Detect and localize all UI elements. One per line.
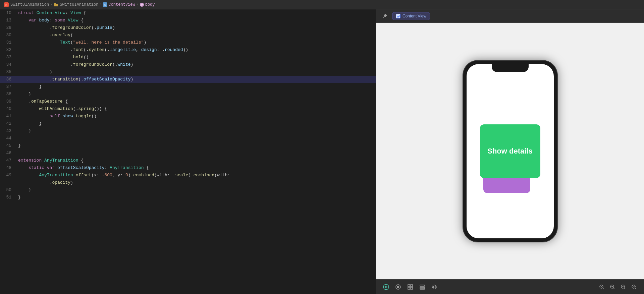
right-panel: Content View Show details (376, 9, 644, 294)
code-content-34: .foregroundColor(.white) (17, 61, 376, 68)
content-view-button[interactable]: Content View (392, 12, 430, 20)
code-content-45: } (17, 142, 376, 150)
code-line-13: 13 var body: some View { (0, 17, 376, 24)
code-content-48: static var offsetScaleOpacity: AnyTransi… (17, 164, 376, 172)
svg-rect-13 (397, 286, 399, 288)
line-num-41: 41 (0, 113, 17, 120)
toolbar-right: 1:1 (597, 282, 639, 292)
folder-icon (54, 3, 58, 7)
play-button[interactable] (381, 282, 391, 292)
zoom-in-button[interactable] (619, 282, 628, 292)
code-line-49: 49 AnyTransition.offset(x: -600, y: 0).c… (0, 172, 376, 179)
code-line-31: 31 Text("Well, here is the details") (0, 39, 376, 46)
stop-button[interactable] (393, 282, 403, 292)
code-content-32: .font(.system(.largeTitle, design: .roun… (17, 46, 376, 54)
file-icon: S (103, 2, 107, 7)
code-line-38: 38 } (0, 91, 376, 98)
code-line-41: 41 self.show.toggle() (0, 113, 376, 120)
show-details-text: Show details (487, 147, 532, 156)
phone-screen: Show details Well, here is the details (467, 64, 554, 238)
pin-button[interactable] (380, 11, 389, 21)
svg-rect-33 (623, 286, 623, 287)
code-line-44: 44 (0, 135, 376, 142)
phone-preview-area: Show details Well, here is the details (376, 23, 644, 279)
svg-line-6 (383, 16, 384, 18)
svg-text:1:1: 1:1 (633, 286, 636, 288)
line-num-44: 44 (0, 135, 17, 142)
svg-text:S: S (104, 4, 106, 6)
breadcrumb-folder[interactable]: SwiftUIAnimation (60, 2, 98, 7)
code-line-35: 35 ) (0, 68, 376, 76)
code-line-46: 46 (0, 150, 376, 157)
svg-line-35 (635, 288, 636, 289)
code-line-42: 42 } (0, 120, 376, 127)
line-num-13: 13 (0, 17, 17, 24)
toolbar-left (381, 282, 439, 292)
code-content-42: } (17, 120, 376, 127)
line-num-33: 33 (0, 54, 17, 61)
breadcrumb: S SwiftUIAnimation › SwiftUIAnimation › … (0, 0, 644, 9)
code-content-38: } (17, 91, 376, 98)
zoom-out-button[interactable] (597, 282, 606, 292)
code-line-36: 36 .transition(.offsetScaleOpacity) (0, 76, 376, 83)
code-content-29: .foregroundColor(.purple) (17, 24, 376, 32)
line-num-47: 47 (0, 157, 17, 164)
svg-point-21 (433, 286, 435, 288)
breadcrumb-file[interactable]: ContentView (108, 2, 135, 7)
code-content-40: withAnimation(.spring()) { (17, 105, 376, 113)
code-content-43: } (17, 127, 376, 135)
line-num-34: 34 (0, 61, 17, 68)
inspector-button[interactable] (418, 282, 427, 292)
line-num-37: 37 (0, 83, 17, 91)
var-icon: P (140, 3, 144, 7)
code-content-49b: .opacity) (17, 179, 376, 186)
line-num-42: 42 (0, 120, 17, 127)
breadcrumb-project[interactable]: SwiftUIAnimation (10, 2, 49, 7)
zoom-fit-button[interactable] (608, 282, 617, 292)
line-num-46: 46 (0, 150, 17, 157)
svg-line-25 (603, 288, 604, 289)
code-content-47: extension AnyTransition { (17, 157, 376, 164)
code-line-48: 48 static var offsetScaleOpacity: AnyTra… (0, 164, 376, 172)
line-num-36: 36 (0, 76, 17, 83)
svg-rect-20 (420, 288, 425, 289)
settings-button[interactable] (430, 282, 439, 292)
breadcrumb-var[interactable]: body (145, 2, 155, 7)
code-content-37: } (17, 83, 376, 91)
code-line-37: 37 } (0, 83, 376, 91)
code-content-39: .onTapGesture { (17, 98, 376, 105)
green-show-details-card[interactable]: Show details (480, 124, 540, 178)
code-content-30: .overlay( (17, 32, 376, 39)
code-editor[interactable]: 10 struct ContentView: View { 13 var bod… (0, 9, 376, 294)
code-line-45: 45 } (0, 142, 376, 150)
line-num-32: 32 (0, 46, 17, 54)
svg-text:S: S (5, 4, 7, 7)
code-line-47: 47 extension AnyTransition { (0, 157, 376, 164)
content-view-label: Content View (402, 14, 426, 18)
code-content-51: } (17, 194, 376, 201)
code-line-32: 32 .font(.system(.largeTitle, design: .r… (0, 46, 376, 54)
code-line-34: 34 .foregroundColor(.white) (0, 61, 376, 68)
code-content-35: ) (17, 68, 376, 76)
line-num-43: 43 (0, 127, 17, 135)
zoom-100-button[interactable]: 1:1 (629, 282, 639, 292)
svg-marker-11 (385, 286, 387, 288)
svg-rect-9 (397, 16, 398, 16)
code-content-49: AnyTransition.offset(x: -600, y: 0).comb… (17, 172, 376, 179)
code-line-30: 30 .overlay( (0, 32, 376, 39)
code-line-10: 10 struct ContentView: View { (0, 9, 376, 17)
line-num-10: 10 (0, 9, 17, 17)
line-num-30: 30 (0, 32, 17, 39)
grid-button[interactable] (406, 282, 415, 292)
code-line-43: 43 } (0, 127, 376, 135)
phone-mockup: Show details Well, here is the details (463, 61, 557, 242)
line-num-49: 49 (0, 172, 17, 179)
svg-rect-8 (397, 15, 399, 16)
svg-rect-18 (420, 285, 425, 286)
right-panel-toolbar: Content View (376, 9, 644, 23)
svg-rect-14 (408, 285, 410, 287)
code-line-50: 50 } (0, 186, 376, 194)
code-content-36: .transition(.offsetScaleOpacity) (17, 76, 376, 83)
code-content-31: Text("Well, here is the details") (17, 39, 376, 46)
svg-rect-16 (408, 287, 410, 289)
